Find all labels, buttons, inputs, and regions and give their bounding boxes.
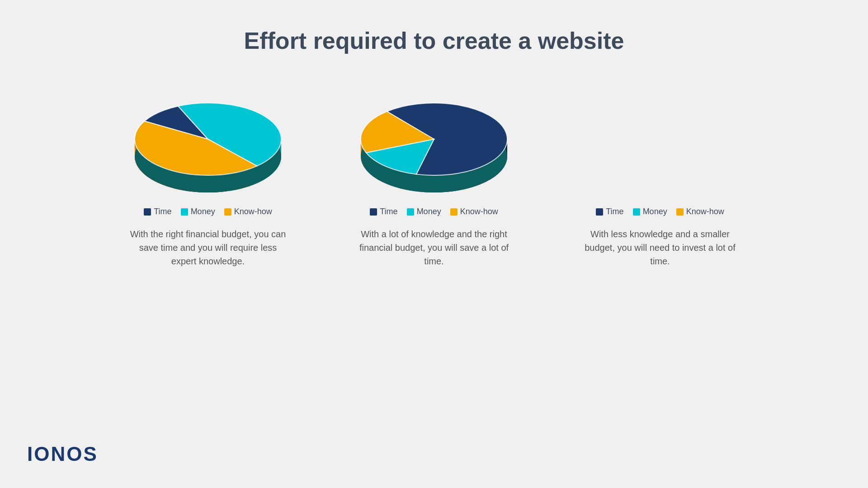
chart-description-1: With the right financial budget, you can… <box>127 227 289 268</box>
legend-money-label-1: Money <box>191 207 215 216</box>
legend-knowhow-label-2: Know-how <box>460 207 498 216</box>
legend-knowhow-label-1: Know-how <box>234 207 272 216</box>
legend-item-knowhow-3: Know-how <box>676 207 724 216</box>
pie-chart-2 <box>348 90 520 199</box>
legend-money-label-3: Money <box>643 207 667 216</box>
pie-chart-3 <box>574 90 746 199</box>
legend-item-time-2: Time <box>370 207 397 216</box>
legend-3: Time Money Know-how <box>596 207 724 216</box>
money-swatch-3 <box>633 208 640 216</box>
legend-item-time-1: Time <box>144 207 171 216</box>
legend-item-money-3: Money <box>633 207 667 216</box>
legend-item-knowhow-2: Know-how <box>450 207 498 216</box>
legend-2: Time Money Know-how <box>370 207 498 216</box>
page-title: Effort required to create a website <box>244 27 624 54</box>
time-swatch-1 <box>144 208 151 216</box>
knowhow-swatch-2 <box>450 208 458 216</box>
charts-container: Time Money Know-how With the right finan… <box>0 90 868 268</box>
time-swatch-3 <box>596 208 603 216</box>
chart-description-3: With less knowledge and a smaller budget… <box>579 227 741 268</box>
pie-chart-1-proper <box>122 90 294 199</box>
legend-time-label-3: Time <box>606 207 623 216</box>
legend-time-label-1: Time <box>154 207 171 216</box>
time-swatch-2 <box>370 208 377 216</box>
knowhow-swatch-3 <box>676 208 684 216</box>
legend-money-label-2: Money <box>417 207 441 216</box>
legend-knowhow-label-3: Know-how <box>686 207 724 216</box>
legend-time-label-2: Time <box>380 207 397 216</box>
knowhow-swatch-1 <box>224 208 231 216</box>
legend-item-knowhow-1: Know-how <box>224 207 272 216</box>
legend-1: Time Money Know-how <box>144 207 272 216</box>
logo: IONOS <box>27 443 98 465</box>
chart-block-3: Time Money Know-how With less knowledge … <box>565 90 755 268</box>
money-swatch-2 <box>407 208 414 216</box>
chart-block-1: Time Money Know-how With the right finan… <box>113 90 303 268</box>
chart-description-2: With a lot of knowledge and the right fi… <box>353 227 515 268</box>
legend-item-money-2: Money <box>407 207 441 216</box>
legend-item-time-3: Time <box>596 207 623 216</box>
chart-block-2: Time Money Know-how With a lot of knowle… <box>339 90 529 268</box>
money-swatch-1 <box>181 208 188 216</box>
legend-item-money-1: Money <box>181 207 215 216</box>
